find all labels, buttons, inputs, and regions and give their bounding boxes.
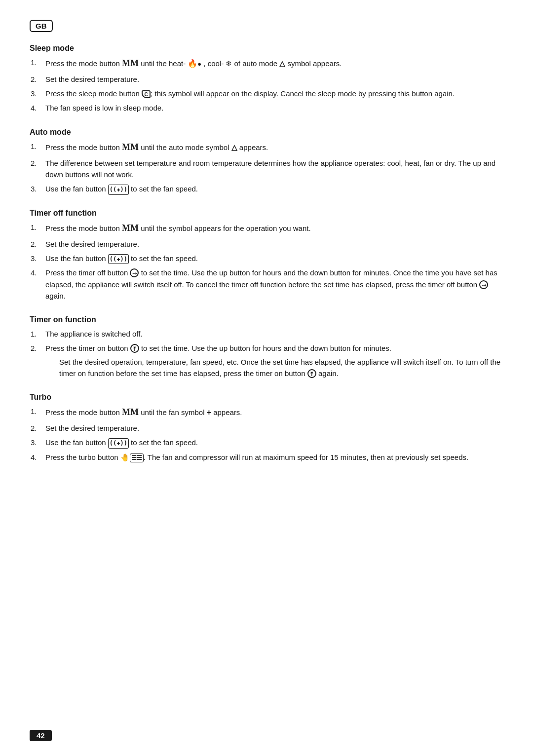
- text: Press the mode button ΜΜ until the fan s…: [45, 408, 242, 416]
- list-item: Press the mode button ΜΜ until the symbo…: [43, 222, 503, 235]
- text: Press the mode button ΜΜ until the symbo…: [45, 224, 311, 232]
- section-timer-on: Timer on function The appliance is switc…: [30, 315, 503, 379]
- page-container: GB Sleep mode Press the mode button ΜΜ u…: [0, 0, 533, 756]
- turbo-list: Press the mode button ΜΜ until the fan s…: [43, 406, 503, 463]
- list-item: Press the mode button ΜΜ until the fan s…: [43, 406, 503, 419]
- text: Use the fan button ((✚)) to set the fan …: [45, 438, 198, 447]
- page-number: 42: [30, 730, 52, 741]
- sleep-mode-list: Press the mode button ΜΜ until the heat-…: [43, 57, 503, 114]
- timer-on-list: The appliance is switched off. Press the…: [43, 328, 503, 379]
- list-item: Use the fan button ((✚)) to set the fan …: [43, 183, 503, 195]
- list-item: Set the desired temperature.: [43, 74, 503, 85]
- list-item: The difference between set temperature a…: [43, 157, 503, 181]
- text: Set the desired temperature.: [45, 424, 139, 432]
- section-title-auto-mode: Auto mode: [30, 128, 503, 137]
- list-item: Use the fan button ((✚)) to set the fan …: [43, 253, 503, 265]
- list-item: Set the desired temperature.: [43, 422, 503, 434]
- list-item: The appliance is switched off.: [43, 328, 503, 340]
- list-item: Set the desired temperature.: [43, 238, 503, 250]
- list-item: The fan speed is low in sleep mode.: [43, 102, 503, 113]
- text: Press the turbo button 🤚☰☰. The fan and …: [45, 453, 468, 461]
- gb-badge: GB: [30, 20, 53, 32]
- text: Press the timer off button ⤑ to set the …: [45, 268, 497, 300]
- section-title-timer-off: Timer off function: [30, 209, 503, 218]
- list-item: Press the timer on button ⤒ to set the t…: [43, 342, 503, 379]
- section-sleep-mode: Sleep mode Press the mode button ΜΜ unti…: [30, 44, 503, 114]
- text: The fan speed is low in sleep mode.: [45, 104, 163, 112]
- text: Use the fan button ((✚)) to set the fan …: [45, 254, 198, 263]
- text: The appliance is switched off.: [45, 330, 143, 338]
- text: Set the desired temperature.: [45, 240, 139, 248]
- text: Press the mode button ΜΜ until the heat-…: [45, 59, 342, 68]
- list-item: Press the sleep mode button C; this symb…: [43, 88, 503, 99]
- list-item: Press the mode button ΜΜ until the auto …: [43, 141, 503, 154]
- list-item: Use the fan button ((✚)) to set the fan …: [43, 437, 503, 449]
- section-title-timer-on: Timer on function: [30, 315, 503, 324]
- timer-off-list: Press the mode button ΜΜ until the symbo…: [43, 222, 503, 302]
- text: Press the sleep mode button C; this symb…: [45, 89, 455, 98]
- text: Use the fan button ((✚)) to set the fan …: [45, 185, 198, 193]
- section-auto-mode: Auto mode Press the mode button ΜΜ until…: [30, 128, 503, 195]
- text: Set the desired temperature.: [45, 75, 139, 83]
- list-item: Press the turbo button 🤚☰☰. The fan and …: [43, 452, 503, 463]
- text: The difference between set temperature a…: [45, 159, 495, 179]
- auto-mode-list: Press the mode button ΜΜ until the auto …: [43, 141, 503, 195]
- text: Press the timer on button ⤒ to set the t…: [45, 344, 391, 352]
- section-timer-off: Timer off function Press the mode button…: [30, 209, 503, 302]
- section-title-sleep-mode: Sleep mode: [30, 44, 503, 53]
- extra-text: Set the desired operation, temperature, …: [59, 356, 503, 379]
- section-turbo: Turbo Press the mode button ΜΜ until the…: [30, 393, 503, 463]
- section-title-turbo: Turbo: [30, 393, 503, 402]
- list-item: Press the mode button ΜΜ until the heat-…: [43, 57, 503, 71]
- list-item: Press the timer off button ⤑ to set the …: [43, 267, 503, 302]
- text: Press the mode button ΜΜ until the auto …: [45, 143, 268, 151]
